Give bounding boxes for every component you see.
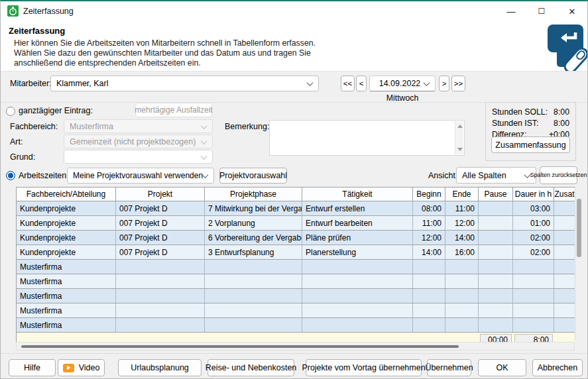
scrollbar-thumb[interactable] (21, 345, 459, 348)
date-select[interactable]: 14.09.2022 (369, 76, 436, 91)
table-cell[interactable] (205, 303, 302, 317)
titlebar[interactable]: Zeiterfassung — ☐ ✕ (1, 1, 587, 21)
table-cell[interactable] (554, 216, 575, 230)
zusammenfassung-button[interactable]: Zusammenfassung (491, 136, 570, 153)
table-cell[interactable]: Musterfirma (17, 303, 116, 317)
fachbereich-select[interactable]: Musterfirma (64, 119, 213, 133)
table-cell[interactable] (302, 303, 413, 317)
table-cell[interactable] (479, 201, 513, 215)
table-cell[interactable]: 007 Projekt D (116, 231, 205, 244)
urlaubsplanung-button[interactable]: Urlaubsplanung (118, 359, 202, 376)
table-cell[interactable] (554, 303, 575, 317)
table-cell[interactable] (413, 260, 445, 274)
close-icon[interactable]: ✕ (557, 1, 587, 21)
art-select[interactable]: Gemeinzeit (nicht projektbezogen) (64, 135, 213, 148)
table-cell[interactable] (205, 318, 302, 332)
scrollbar-thumb[interactable] (577, 199, 581, 257)
table-cell[interactable]: 3 Entwurfsplanung (205, 245, 302, 259)
hilfe-button[interactable]: Hilfe (9, 359, 56, 376)
grund-select[interactable] (64, 150, 213, 164)
maximize-icon[interactable]: ☐ (526, 1, 557, 21)
table-cell[interactable]: 007 Projekt D (116, 245, 205, 259)
column-header[interactable]: Fachbereich/Abteilung (17, 188, 116, 201)
arbeitszeiten-radio-label[interactable]: Arbeitszeiten: (19, 171, 69, 180)
minimize-icon[interactable]: — (496, 1, 526, 21)
column-header[interactable]: Pause (479, 188, 513, 201)
projektvorauswahl-select[interactable]: Meine Projektvorauswahl verwenden (67, 168, 214, 184)
table-cell[interactable] (302, 260, 413, 274)
table-cell[interactable] (554, 245, 575, 259)
table-cell[interactable] (513, 260, 554, 274)
table-cell[interactable] (554, 201, 575, 215)
table-cell[interactable]: Musterfirma (17, 318, 116, 332)
employee-select[interactable]: Klammer, Karl (50, 76, 319, 91)
column-header[interactable]: Projektphase (205, 188, 302, 201)
scroll-up-icon[interactable] (457, 125, 463, 128)
table-cell[interactable]: Kundenprojekte (17, 201, 116, 215)
table-cell[interactable] (302, 318, 413, 332)
fullday-radio-label[interactable]: ganztägiger Eintrag: (19, 106, 93, 115)
table-cell[interactable] (513, 274, 554, 288)
table-cell[interactable] (116, 260, 205, 274)
table-cell[interactable] (445, 303, 479, 317)
arbeitszeiten-radio[interactable] (6, 171, 15, 180)
table-cell[interactable] (116, 289, 205, 303)
table-cell[interactable]: Musterfirma (17, 289, 116, 303)
table-cell[interactable] (445, 289, 479, 303)
spalten-zuruecksetzen-button[interactable]: Spalten zurücksetzen (540, 166, 577, 184)
table-cell[interactable] (479, 318, 513, 332)
table-cell[interactable]: 2 Vorplanung (205, 216, 302, 230)
table-cell[interactable] (479, 245, 513, 259)
table-cell[interactable]: 02:00 (513, 245, 554, 259)
table-cell[interactable]: Planerstellung (302, 245, 413, 259)
table-cell[interactable]: 03:00 (513, 201, 554, 215)
table-cell[interactable]: Kundenprojekte (17, 245, 116, 259)
bemerkung-scrollbar[interactable] (455, 121, 463, 154)
table-cell[interactable] (205, 260, 302, 274)
table-vertical-scrollbar[interactable] (575, 187, 583, 341)
table-cell[interactable] (554, 260, 575, 274)
scroll-down-icon[interactable] (457, 148, 463, 151)
table-horizontal-scrollbar[interactable] (16, 342, 575, 351)
table-cell[interactable] (205, 274, 302, 288)
table-cell[interactable] (302, 289, 413, 303)
table-cell[interactable] (554, 274, 575, 288)
table-cell[interactable] (413, 318, 445, 332)
table-cell[interactable]: Musterfirma (17, 260, 116, 274)
table-cell[interactable] (116, 318, 205, 332)
table-cell[interactable] (479, 231, 513, 244)
column-header[interactable]: Beginn (413, 188, 445, 201)
table-cell[interactable] (302, 274, 413, 288)
video-button[interactable]: Video (58, 359, 105, 376)
table-cell[interactable]: Pläne prüfen (302, 231, 413, 244)
date-prev-button[interactable]: < (356, 76, 367, 91)
projekte-vortag-button[interactable]: Projekte vom Vortag übernehmen (306, 359, 422, 376)
table-cell[interactable] (445, 274, 479, 288)
projektvorauswahl-button[interactable]: Projektvorauswahl (219, 168, 287, 184)
column-header[interactable]: Ende (445, 188, 479, 201)
table-cell[interactable]: 01:00 (513, 216, 554, 230)
table-cell[interactable] (479, 216, 513, 230)
table-cell[interactable]: Entwurf erstellen (302, 201, 413, 215)
table-cell[interactable]: 6 Vorbereitung der Vergabe (205, 231, 302, 244)
table-cell[interactable] (413, 289, 445, 303)
date-fast-prev-button[interactable]: << (341, 76, 355, 91)
ansicht-select[interactable]: Alle Spalten (456, 167, 536, 184)
abbrechen-button[interactable]: Abbrechen (532, 359, 583, 376)
table-cell[interactable]: 14:00 (445, 231, 479, 244)
table-cell[interactable]: 11:00 (445, 201, 479, 215)
table-cell[interactable] (554, 289, 575, 303)
table-cell[interactable] (479, 260, 513, 274)
table-cell[interactable] (479, 274, 513, 288)
date-fast-next-button[interactable]: >> (451, 76, 465, 91)
column-header[interactable]: Dauer in h (513, 188, 554, 201)
uebernehmen-button[interactable]: Übernehmen (427, 359, 471, 376)
table-cell[interactable]: 12:00 (413, 231, 445, 244)
table-cell[interactable] (479, 289, 513, 303)
table-cell[interactable] (479, 303, 513, 317)
table-cell[interactable] (445, 260, 479, 274)
table-cell[interactable] (116, 303, 205, 317)
table-cell[interactable]: 12:00 (445, 216, 479, 230)
table-cell[interactable]: Kundenprojekte (17, 216, 116, 230)
table-cell[interactable] (413, 303, 445, 317)
